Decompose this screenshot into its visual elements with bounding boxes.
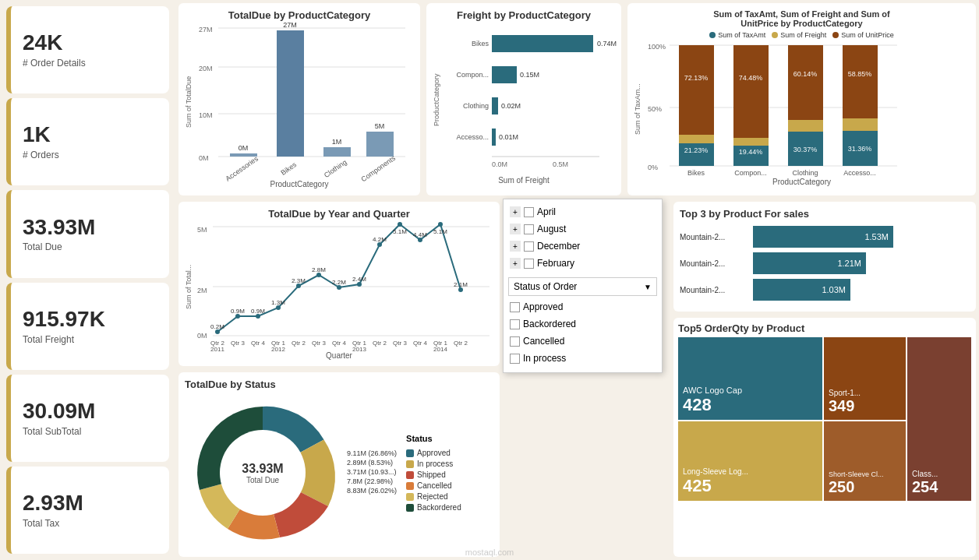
top3-label-1: Mountain-2... xyxy=(680,233,750,241)
svg-text:2.8M: 2.8M xyxy=(312,266,326,273)
filter-item-august[interactable]: + August xyxy=(508,221,657,237)
status-shipped-label: Shipped xyxy=(417,470,446,479)
filter-status-cancelled[interactable]: Cancelled xyxy=(508,333,657,349)
filter-label-august: August xyxy=(537,224,566,234)
kpi-panel: 24K # Order Details 1K # Orders 33.93M T… xyxy=(0,0,175,560)
kpi-subtotal-label: Total SubTotal xyxy=(23,426,157,437)
filter-checkbox-february[interactable] xyxy=(524,259,534,269)
filter-checkbox-august[interactable] xyxy=(524,224,534,234)
svg-text:50%: 50% xyxy=(648,105,662,113)
svg-text:Qtr 2: Qtr 2 xyxy=(454,340,468,347)
kpi-subtotal: 30.09M Total SubTotal xyxy=(6,375,169,462)
kpi-total-tax: 2.93M Total Tax xyxy=(6,467,169,554)
svg-text:Compon...: Compon... xyxy=(456,71,489,79)
svg-text:2M: 2M xyxy=(197,287,207,294)
filter-checkbox-cancelled[interactable] xyxy=(510,336,520,347)
filter-checkbox-inprocess[interactable] xyxy=(510,354,520,364)
svg-rect-47 xyxy=(733,45,769,138)
filter-checkbox-december[interactable] xyxy=(524,241,534,252)
svg-text:Qtr 2: Qtr 2 xyxy=(373,340,387,347)
filter-checkbox-approved[interactable] xyxy=(510,302,520,312)
stacked-x-axis-label: ProductCategory xyxy=(634,178,970,186)
treemap-col1: AWC Logo Cap 428 Long-Sleeve Log... 425 xyxy=(678,337,822,501)
treemap-cell-awc: AWC Logo Cap 428 xyxy=(678,337,822,420)
svg-rect-53 xyxy=(788,120,823,132)
status-order-dropdown[interactable]: Status of Order ▼ xyxy=(508,277,657,296)
status-backordered-label: Backordered xyxy=(417,503,461,512)
filter-expand-december[interactable]: + xyxy=(510,241,521,252)
svg-rect-12 xyxy=(323,147,351,157)
svg-text:Bikes: Bikes xyxy=(472,40,490,48)
totaldue-chart-title: TotalDue by ProductCategory xyxy=(185,9,414,21)
filter-expand-february[interactable]: + xyxy=(510,258,521,269)
donut-center-value: 33.93M xyxy=(242,462,283,476)
svg-text:74.48%: 74.48% xyxy=(739,74,763,82)
filter-item-february[interactable]: + February xyxy=(508,255,657,271)
status-rejected-dot xyxy=(406,493,414,501)
right-section: Top 3 by Product For sales Mountain-2...… xyxy=(670,199,979,560)
filter-status-backordered[interactable]: Backordered xyxy=(508,316,657,332)
svg-text:Accesso...: Accesso... xyxy=(456,133,489,141)
svg-text:0M: 0M xyxy=(199,154,209,162)
treemap-class-value: 254 xyxy=(912,478,967,496)
svg-text:31.36%: 31.36% xyxy=(848,145,872,153)
line-chart-title: TotalDue by Year and Quarter xyxy=(185,208,493,220)
freight-by-category-chart: Freight by ProductCategory ProductCatego… xyxy=(426,3,621,195)
freight-bar-svg: Bikes Compon... Clothing Accesso... 0.74… xyxy=(444,24,615,176)
treemap-awc-label: AWC Logo Cap xyxy=(683,386,818,395)
filter-status-approved[interactable]: Approved xyxy=(508,299,657,315)
treemap-longsleeve-label: Long-Sleeve Log... xyxy=(683,467,818,476)
svg-rect-26 xyxy=(492,66,517,83)
svg-text:0.0M: 0.0M xyxy=(492,160,507,168)
donut-svg-container: 33.93M Total Due xyxy=(185,395,341,551)
status-cancelled-dot xyxy=(406,482,414,490)
filter-dropdown[interactable]: + April + August + December xyxy=(503,199,663,373)
svg-text:0.74M: 0.74M xyxy=(597,40,617,48)
chevron-down-icon: ▼ xyxy=(644,283,652,291)
svg-text:0.9M: 0.9M xyxy=(231,308,245,315)
svg-point-81 xyxy=(398,222,402,227)
filter-checkbox-backordered[interactable] xyxy=(510,319,520,329)
svg-text:Compon...: Compon... xyxy=(734,169,767,177)
top3-bars: Mountain-2... 1.53M Mountain-2... 1.21M xyxy=(680,226,970,301)
svg-text:Accesso...: Accesso... xyxy=(843,169,876,177)
svg-text:2.4M: 2.4M xyxy=(352,276,366,283)
freight-x-axis-label: Sum of Freight xyxy=(433,176,615,185)
svg-text:0%: 0% xyxy=(648,164,658,171)
kpi-total-tax-label: Total Tax xyxy=(23,518,157,529)
filter-checkbox-april[interactable] xyxy=(524,207,534,217)
treemap-cell-longsleeve: Long-Sleeve Log... 425 xyxy=(678,421,822,501)
svg-rect-43 xyxy=(679,135,714,143)
filter-status-cancelled-label: Cancelled xyxy=(523,336,564,347)
svg-text:0.15M: 0.15M xyxy=(520,71,539,79)
filter-item-december[interactable]: + December xyxy=(508,238,657,254)
svg-text:2013: 2013 xyxy=(352,346,366,353)
treemap-class-label: Class... xyxy=(912,470,967,478)
status-rejected: Rejected xyxy=(406,492,461,501)
svg-rect-10 xyxy=(277,30,304,157)
svg-point-83 xyxy=(438,222,443,227)
donut-chart-title: TotalDue by Status xyxy=(185,379,493,390)
filter-status-inprocess[interactable]: In process xyxy=(508,350,657,366)
filter-item-april[interactable]: + April xyxy=(508,204,657,220)
status-backordered-dot xyxy=(406,504,414,512)
legend-unitprice-dot xyxy=(832,32,839,38)
bottom-left-section: TotalDue by Year and Quarter Sum of Tota… xyxy=(175,199,503,560)
svg-rect-30 xyxy=(492,129,496,146)
treemap-grid: AWC Logo Cap 428 Long-Sleeve Log... 425 xyxy=(678,337,971,501)
svg-text:20M: 20M xyxy=(199,65,213,72)
stacked-y-axis: Sum of TaxAm... xyxy=(634,41,648,178)
treemap-shortsleeve-label: Short-Sleeve Cl... xyxy=(829,470,901,478)
status-cancelled: Cancelled xyxy=(406,481,461,490)
top3-label-3: Mountain-2... xyxy=(680,286,750,294)
svg-text:2.3M: 2.3M xyxy=(292,277,306,284)
svg-text:Qtr 3: Qtr 3 xyxy=(231,340,245,347)
kpi-orders-label: # Orders xyxy=(23,150,157,160)
donut-ann-inprocess: 8.83M (26.02%) xyxy=(347,487,397,495)
svg-text:2.2M: 2.2M xyxy=(332,279,346,286)
filter-expand-august[interactable]: + xyxy=(510,224,521,234)
svg-text:Accessories: Accessories xyxy=(224,154,260,182)
filter-label-february: February xyxy=(537,258,574,269)
svg-text:58.85%: 58.85% xyxy=(848,70,872,78)
filter-expand-april[interactable]: + xyxy=(510,206,521,217)
